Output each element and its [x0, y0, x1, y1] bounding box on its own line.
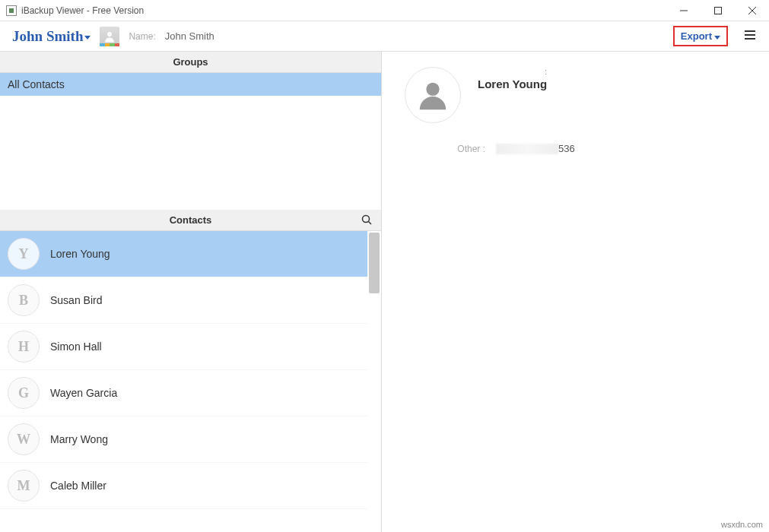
- detail-avatar: [405, 67, 461, 123]
- name-value: John Smith: [165, 30, 214, 42]
- contact-row[interactable]: Y Loren Young: [0, 231, 367, 277]
- watermark: wsxdn.com: [721, 520, 763, 529]
- field-value-suffix: 536: [558, 143, 575, 154]
- toolbar-left: John Smith Name: John Smith: [12, 27, 214, 46]
- contact-avatar: M: [8, 470, 40, 502]
- device-dropdown[interactable]: John Smith: [12, 28, 91, 45]
- detail-fields: Other : 536: [405, 143, 746, 154]
- device-name-text: John Smith: [12, 28, 83, 45]
- contact-row[interactable]: H Simon Hall: [0, 324, 367, 370]
- detail-name-block: : Loren Young: [478, 67, 547, 90]
- search-icon[interactable]: [361, 214, 372, 227]
- contact-name: Marry Wong: [50, 433, 108, 445]
- masked-value: [496, 144, 558, 154]
- contact-name: Loren Young: [50, 248, 110, 260]
- window-controls: [666, 0, 769, 21]
- field-label: Other :: [405, 144, 485, 154]
- hamburger-icon: [743, 28, 757, 42]
- contacts-header: Contacts: [0, 210, 381, 231]
- content: Groups All Contacts Contacts Y Loren You…: [0, 52, 769, 532]
- contacts-container: Y Loren Young B Susan Bird H Simon Hall …: [0, 231, 381, 532]
- export-button[interactable]: Export: [673, 26, 728, 46]
- app-icon: [6, 5, 17, 16]
- group-label: All Contacts: [8, 78, 65, 90]
- detail-field: Other : 536: [405, 143, 746, 154]
- contact-row[interactable]: M Caleb Miller: [0, 463, 367, 509]
- toolbar-right: Export: [673, 25, 760, 47]
- contact-row[interactable]: W Marry Wong: [0, 416, 367, 463]
- detail-name: Loren Young: [478, 78, 547, 90]
- svg-point-4: [107, 32, 112, 36]
- titlebar-left: iBackup Viewer - Free Version: [6, 5, 144, 16]
- contact-row[interactable]: G Wayen Garcia: [0, 370, 367, 416]
- contact-avatar: B: [8, 284, 40, 316]
- svg-point-8: [363, 216, 370, 223]
- close-button[interactable]: [735, 0, 769, 21]
- export-label: Export: [681, 30, 712, 42]
- person-icon: [415, 78, 450, 112]
- detail-header: : Loren Young: [405, 67, 746, 123]
- contact-name: Caleb Miller: [50, 480, 106, 492]
- chevron-down-icon: [84, 36, 91, 40]
- toolbar: John Smith Name: John Smith Export: [0, 21, 769, 52]
- field-value: 536: [496, 143, 575, 154]
- contacts-list[interactable]: Y Loren Young B Susan Bird H Simon Hall …: [0, 231, 367, 532]
- svg-point-10: [426, 83, 439, 96]
- contact-avatar: H: [8, 331, 40, 363]
- person-icon: [103, 30, 116, 43]
- scrollbar-thumb[interactable]: [369, 233, 380, 293]
- contact-avatar: G: [8, 377, 40, 409]
- svg-rect-1: [714, 7, 721, 14]
- name-label: Name:: [129, 31, 155, 42]
- contact-avatar: Y: [8, 238, 40, 270]
- detail-panel: : Loren Young Other : 536: [382, 52, 769, 532]
- window-title: iBackup Viewer - Free Version: [21, 5, 144, 16]
- contact-row[interactable]: B Susan Bird: [0, 277, 367, 324]
- left-panel: Groups All Contacts Contacts Y Loren You…: [0, 52, 382, 532]
- titlebar: iBackup Viewer - Free Version: [0, 0, 769, 21]
- groups-list: All Contacts: [0, 73, 381, 210]
- groups-header: Groups: [0, 52, 381, 73]
- menu-button[interactable]: [740, 25, 760, 47]
- group-row[interactable]: All Contacts: [0, 73, 381, 96]
- contacts-header-text: Contacts: [170, 214, 212, 226]
- contact-name: Susan Bird: [50, 294, 102, 306]
- maximize-button[interactable]: [701, 0, 735, 21]
- svg-line-9: [369, 222, 372, 225]
- chevron-down-icon: [714, 36, 720, 40]
- profile-thumbnail[interactable]: [100, 27, 119, 46]
- contact-name: Simon Hall: [50, 340, 102, 353]
- minimize-button[interactable]: [666, 0, 701, 21]
- contact-name: Wayen Garcia: [50, 387, 117, 399]
- contact-avatar: W: [8, 423, 40, 455]
